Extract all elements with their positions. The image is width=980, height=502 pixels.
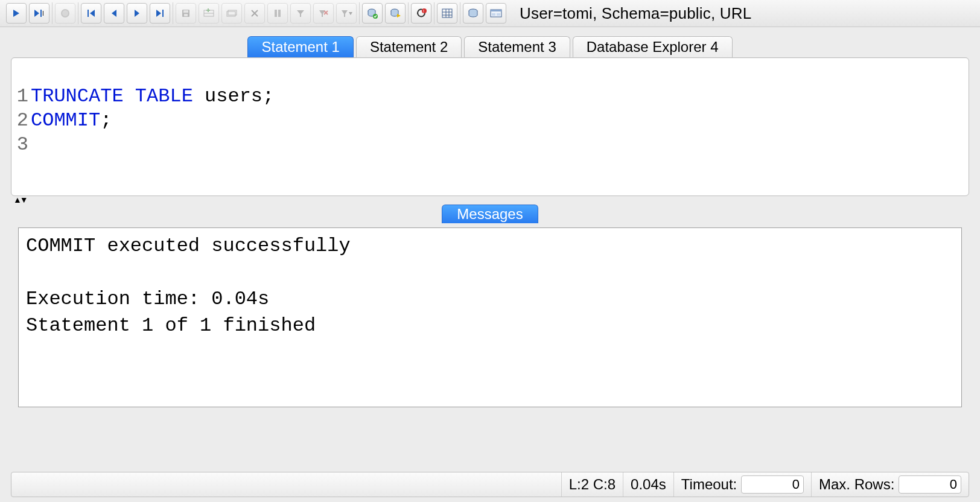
editor-tabstrip: Statement 1 Statement 2 Statement 3 Data… [0,32,980,57]
maxrows-input[interactable] [899,475,961,494]
connection-status: User=tomi, Schema=public, URL [520,4,751,23]
rollback-button[interactable] [385,3,406,24]
svg-rect-19 [227,11,235,16]
svg-marker-8 [112,10,116,17]
cursor-position: L:2 C:8 [561,472,623,497]
svg-rect-45 [491,10,501,11]
timeout-cell: Timeout: [673,472,811,497]
sql-editor[interactable]: 1TRUNCATE TABLE users; 2COMMIT; 3 [11,57,969,196]
svg-point-32 [373,14,378,19]
messages-tabstrip: Messages [0,205,980,227]
svg-line-28 [324,11,328,14]
first-record-button[interactable] [81,3,101,24]
svg-marker-9 [135,10,139,17]
run-button[interactable] [6,3,27,24]
run-current-button[interactable]: I [29,3,49,24]
sql-text: ; [100,109,112,132]
svg-marker-30 [349,12,352,15]
svg-rect-24 [278,10,281,17]
svg-marker-35 [422,8,426,11]
svg-marker-29 [342,10,348,17]
messages-panel[interactable]: COMMIT executed successfully Execution t… [18,227,962,407]
timeout-input[interactable] [741,475,804,494]
result-grid-button[interactable] [437,3,457,24]
stop-button[interactable] [55,3,75,24]
last-record-button[interactable] [150,3,170,24]
svg-marker-26 [319,10,325,17]
svg-marker-10 [156,10,161,17]
svg-point-31 [368,9,375,13]
svg-rect-13 [183,10,188,13]
toggle-autocommit-button[interactable]: ! [411,3,431,24]
copy-row-button[interactable] [221,3,242,24]
svg-marker-1 [34,10,39,17]
tab-statement-2[interactable]: Statement 2 [356,36,462,57]
svg-rect-6 [88,10,89,17]
svg-rect-11 [162,10,164,17]
svg-rect-46 [492,13,495,16]
clear-filter-button[interactable] [313,3,334,24]
maxrows-label: Max. Rows: [819,476,894,493]
show-object-button[interactable] [486,3,506,24]
tab-messages[interactable]: Messages [442,205,538,223]
svg-rect-2 [40,10,42,17]
svg-rect-47 [497,13,500,16]
splitter[interactable]: ▲▼ [11,196,969,205]
svg-line-21 [252,10,258,16]
line-number: 3 [15,133,28,157]
line-number: 2 [15,109,28,133]
svg-marker-34 [397,14,401,17]
svg-point-43 [469,9,477,13]
svg-rect-14 [184,14,188,16]
delete-row-button[interactable] [244,3,265,24]
svg-line-27 [324,11,328,14]
svg-rect-12 [182,10,189,17]
svg-text:I: I [42,10,44,17]
filter-dropdown-button[interactable] [336,3,357,24]
tab-statement-3[interactable]: Statement 3 [464,36,570,57]
svg-rect-44 [491,10,501,17]
svg-text:!: ! [423,9,424,13]
select-columns-button[interactable] [267,3,288,24]
svg-line-22 [252,10,258,16]
exec-time: 0.04s [623,472,673,497]
svg-point-5 [62,10,68,16]
show-dbexplorer-button[interactable] [463,3,483,24]
status-bar: L:2 C:8 0.04s Timeout: Max. Rows: [11,472,969,497]
line-number: 1 [15,84,28,109]
sql-keyword: TRUNCATE TABLE [31,85,205,107]
splitter-handle-icon: ▲▼ [13,195,27,205]
maxrows-cell: Max. Rows: [811,472,969,497]
svg-point-36 [422,8,427,13]
save-button[interactable] [176,3,196,24]
svg-point-33 [391,9,398,13]
svg-rect-23 [275,10,277,17]
sql-text: users; [205,85,274,107]
insert-row-button[interactable] [199,3,219,24]
tab-db-explorer-4[interactable]: Database Explorer 4 [573,36,733,57]
commit-button[interactable] [362,3,383,24]
svg-rect-20 [228,10,237,15]
tab-statement-1[interactable]: Statement 1 [247,36,353,57]
prev-record-button[interactable] [104,3,124,24]
svg-marker-0 [13,10,19,17]
timeout-label: Timeout: [681,476,737,493]
next-record-button[interactable] [127,3,147,24]
svg-marker-7 [90,10,95,17]
sql-keyword: COMMIT [31,109,100,132]
svg-rect-38 [442,9,452,17]
filter-button[interactable] [290,3,311,24]
main-toolbar: I [0,0,980,27]
svg-rect-15 [204,10,214,16]
svg-marker-25 [297,10,304,17]
svg-point-4 [61,9,69,17]
